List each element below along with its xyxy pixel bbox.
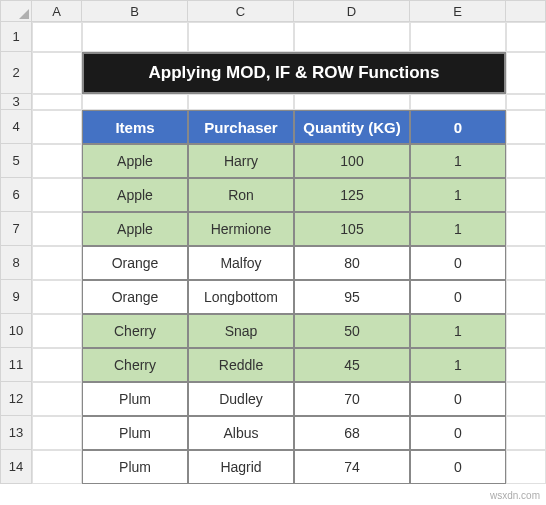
table-row[interactable]: Apple (82, 178, 188, 212)
empty-cell[interactable] (410, 22, 506, 52)
row-header-4[interactable]: 4 (0, 110, 32, 144)
table-header-quantity[interactable]: Quantity (KG) (294, 110, 410, 144)
table-header-purchaser[interactable]: Purchaser (188, 110, 294, 144)
table-row[interactable]: Apple (82, 144, 188, 178)
empty-cell[interactable] (506, 144, 546, 178)
empty-cell[interactable] (82, 94, 188, 110)
empty-cell[interactable] (506, 416, 546, 450)
empty-cell[interactable] (188, 94, 294, 110)
row-header-8[interactable]: 8 (0, 246, 32, 280)
empty-cell[interactable] (188, 22, 294, 52)
table-row[interactable]: 1 (410, 178, 506, 212)
row-header-13[interactable]: 13 (0, 416, 32, 450)
row-header-6[interactable]: 6 (0, 178, 32, 212)
table-row[interactable]: Hagrid (188, 450, 294, 484)
empty-cell[interactable] (506, 94, 546, 110)
table-row[interactable]: 80 (294, 246, 410, 280)
row-header-9[interactable]: 9 (0, 280, 32, 314)
table-row[interactable]: 0 (410, 416, 506, 450)
table-row[interactable]: Snap (188, 314, 294, 348)
table-row[interactable]: Dudley (188, 382, 294, 416)
row-header-11[interactable]: 11 (0, 348, 32, 382)
col-header-C[interactable]: C (188, 0, 294, 22)
table-row[interactable]: 70 (294, 382, 410, 416)
row-header-7[interactable]: 7 (0, 212, 32, 246)
row-header-12[interactable]: 12 (0, 382, 32, 416)
table-row[interactable]: 1 (410, 212, 506, 246)
table-row[interactable]: 50 (294, 314, 410, 348)
row-header-5[interactable]: 5 (0, 144, 32, 178)
empty-cell[interactable] (506, 212, 546, 246)
empty-cell[interactable] (32, 416, 82, 450)
col-header-B[interactable]: B (82, 0, 188, 22)
empty-cell[interactable] (32, 110, 82, 144)
table-row[interactable]: Cherry (82, 348, 188, 382)
table-row[interactable]: Orange (82, 280, 188, 314)
table-row[interactable]: Apple (82, 212, 188, 246)
table-row[interactable]: Orange (82, 246, 188, 280)
table-row[interactable]: Cherry (82, 314, 188, 348)
row-header-3[interactable]: 3 (0, 94, 32, 110)
empty-cell[interactable] (32, 348, 82, 382)
table-row[interactable]: 0 (410, 246, 506, 280)
table-row[interactable]: Ron (188, 178, 294, 212)
table-row[interactable]: Hermione (188, 212, 294, 246)
empty-cell[interactable] (32, 212, 82, 246)
table-row[interactable]: 105 (294, 212, 410, 246)
empty-cell[interactable] (506, 348, 546, 382)
table-row[interactable]: Reddle (188, 348, 294, 382)
empty-cell[interactable] (32, 314, 82, 348)
table-row[interactable]: Longbottom (188, 280, 294, 314)
table-row[interactable]: 1 (410, 348, 506, 382)
empty-cell[interactable] (506, 178, 546, 212)
empty-cell[interactable] (32, 52, 82, 94)
empty-cell[interactable] (32, 94, 82, 110)
empty-cell[interactable] (506, 22, 546, 52)
table-row[interactable]: Plum (82, 382, 188, 416)
col-header-A[interactable]: A (32, 0, 82, 22)
col-header-E[interactable]: E (410, 0, 506, 22)
table-row[interactable]: 74 (294, 450, 410, 484)
table-row[interactable]: 45 (294, 348, 410, 382)
table-header-items[interactable]: Items (82, 110, 188, 144)
select-all-corner[interactable] (0, 0, 32, 22)
table-row[interactable]: 125 (294, 178, 410, 212)
table-row[interactable]: 95 (294, 280, 410, 314)
table-row[interactable]: 100 (294, 144, 410, 178)
row-header-2[interactable]: 2 (0, 52, 32, 94)
table-row[interactable]: 0 (410, 280, 506, 314)
empty-cell[interactable] (506, 110, 546, 144)
table-row[interactable]: 0 (410, 382, 506, 416)
table-row[interactable]: 0 (410, 450, 506, 484)
empty-cell[interactable] (82, 22, 188, 52)
empty-cell[interactable] (506, 52, 546, 94)
table-row[interactable]: Plum (82, 416, 188, 450)
row-header-14[interactable]: 14 (0, 450, 32, 484)
empty-cell[interactable] (506, 280, 546, 314)
empty-cell[interactable] (506, 382, 546, 416)
empty-cell[interactable] (506, 450, 546, 484)
table-row[interactable]: Albus (188, 416, 294, 450)
empty-cell[interactable] (32, 22, 82, 52)
table-row[interactable]: Plum (82, 450, 188, 484)
table-row[interactable]: 68 (294, 416, 410, 450)
empty-cell[interactable] (410, 94, 506, 110)
table-row[interactable]: 1 (410, 144, 506, 178)
table-row[interactable]: Malfoy (188, 246, 294, 280)
table-header-flag[interactable]: 0 (410, 110, 506, 144)
empty-cell[interactable] (32, 246, 82, 280)
col-header-extra[interactable] (506, 0, 546, 22)
empty-cell[interactable] (294, 22, 410, 52)
row-header-10[interactable]: 10 (0, 314, 32, 348)
empty-cell[interactable] (32, 144, 82, 178)
empty-cell[interactable] (32, 280, 82, 314)
empty-cell[interactable] (506, 246, 546, 280)
empty-cell[interactable] (294, 94, 410, 110)
col-header-D[interactable]: D (294, 0, 410, 22)
empty-cell[interactable] (32, 450, 82, 484)
table-row[interactable]: 1 (410, 314, 506, 348)
empty-cell[interactable] (32, 178, 82, 212)
table-row[interactable]: Harry (188, 144, 294, 178)
empty-cell[interactable] (32, 382, 82, 416)
empty-cell[interactable] (506, 314, 546, 348)
